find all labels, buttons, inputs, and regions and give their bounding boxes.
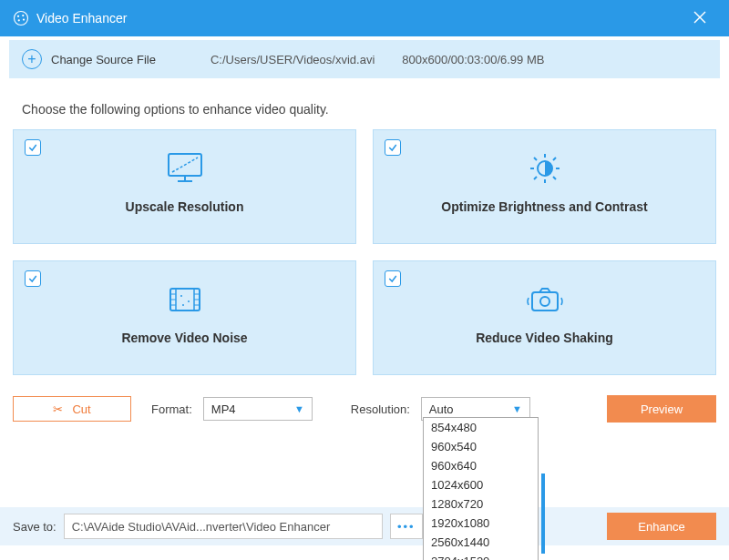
svg-line-16 — [534, 158, 537, 160]
resolution-option[interactable]: 960x540 — [424, 437, 538, 456]
save-path-input[interactable]: C:\AVAide Studio\AVAid...nverter\Video E… — [64, 514, 383, 539]
svg-line-19 — [534, 177, 537, 179]
svg-point-33 — [540, 297, 549, 306]
cut-label: Cut — [72, 402, 90, 416]
option-label: Reduce Video Shaking — [476, 331, 613, 345]
svg-point-4 — [18, 19, 20, 21]
resolution-option[interactable]: 1280x720 — [424, 494, 538, 514]
option-remove-noise[interactable]: Remove Video Noise — [13, 260, 356, 375]
save-bar: Save to: C:\AVAide Studio\AVAid...nverte… — [0, 505, 729, 547]
svg-rect-32 — [532, 292, 558, 311]
resolution-option[interactable]: 2560x1440 — [424, 533, 538, 552]
format-select[interactable]: MP4 ▼ — [203, 397, 313, 421]
resolution-dropdown[interactable]: 854x480 960x540 960x640 1024x600 1280x72… — [423, 417, 539, 560]
chevron-down-icon: ▼ — [294, 403, 304, 414]
source-bar: + Change Source File C:/Users/USER/Video… — [9, 40, 720, 78]
preview-button[interactable]: Preview — [607, 395, 716, 423]
cut-button[interactable]: ✂ Cut — [13, 396, 131, 422]
option-label: Optimize Brightness and Contrast — [441, 199, 647, 214]
save-to-label: Save to: — [13, 520, 56, 534]
instruction-text: Choose the following options to enhance … — [0, 78, 729, 129]
browse-button[interactable]: ••• — [390, 514, 423, 539]
checkbox-icon[interactable] — [385, 270, 401, 287]
svg-point-31 — [182, 304, 184, 306]
svg-point-1 — [17, 15, 19, 17]
close-icon[interactable] — [683, 5, 716, 33]
option-label: Upscale Resolution — [126, 199, 244, 214]
camera-icon — [525, 281, 565, 318]
controls-row: ✂ Cut Format: MP4 ▼ Resolution: Auto ▼ P… — [0, 375, 729, 423]
option-upscale-resolution[interactable]: Upscale Resolution — [13, 129, 356, 244]
film-icon — [165, 281, 205, 318]
scissors-icon: ✂ — [53, 402, 63, 416]
chevron-down-icon: ▼ — [512, 403, 522, 414]
resolution-option[interactable]: 1024x600 — [424, 475, 538, 494]
svg-point-2 — [22, 15, 24, 16]
resolution-option[interactable]: 854x480 — [424, 418, 538, 437]
svg-line-8 — [172, 158, 198, 172]
svg-point-0 — [15, 12, 28, 25]
resolution-option[interactable]: 1920x1080 — [424, 514, 538, 533]
source-filepath: C:/Users/USER/Videos/xvid.avi — [210, 53, 375, 66]
app-title: Video Enhancer — [36, 11, 127, 25]
resolution-option[interactable]: 960x640 — [424, 456, 538, 475]
option-reduce-shaking[interactable]: Reduce Video Shaking — [373, 260, 716, 375]
option-optimize-brightness[interactable]: Optimize Brightness and Contrast — [373, 129, 716, 244]
save-path-value: C:\AVAide Studio\AVAid...nverter\Video E… — [72, 520, 331, 534]
resolution-label: Resolution: — [351, 402, 410, 416]
format-value: MP4 — [211, 402, 236, 416]
format-label: Format: — [151, 402, 192, 416]
option-label: Remove Video Noise — [121, 331, 247, 345]
svg-point-29 — [180, 295, 182, 297]
brightness-icon — [525, 150, 565, 187]
change-source-button[interactable]: Change Source File — [51, 53, 156, 66]
titlebar: Video Enhancer — [0, 0, 729, 36]
svg-line-18 — [553, 158, 556, 160]
svg-point-3 — [23, 18, 25, 20]
source-fileinfo: 800x600/00:03:00/6.99 MB — [402, 53, 544, 66]
resolution-value: Auto — [429, 402, 454, 416]
svg-line-17 — [553, 177, 556, 179]
checkbox-icon[interactable] — [25, 270, 41, 287]
monitor-icon — [165, 150, 205, 187]
dropdown-scrollbar[interactable] — [541, 473, 545, 554]
options-grid: Upscale Resolution Optimize Brightness a… — [0, 129, 729, 375]
resolution-option[interactable]: 2704x1520 — [424, 552, 538, 560]
svg-point-30 — [188, 300, 190, 302]
add-source-icon[interactable]: + — [22, 49, 42, 69]
checkbox-icon[interactable] — [385, 139, 401, 156]
enhance-button[interactable]: Enhance — [607, 513, 716, 540]
checkbox-icon[interactable] — [25, 139, 41, 156]
palette-icon — [13, 10, 29, 26]
